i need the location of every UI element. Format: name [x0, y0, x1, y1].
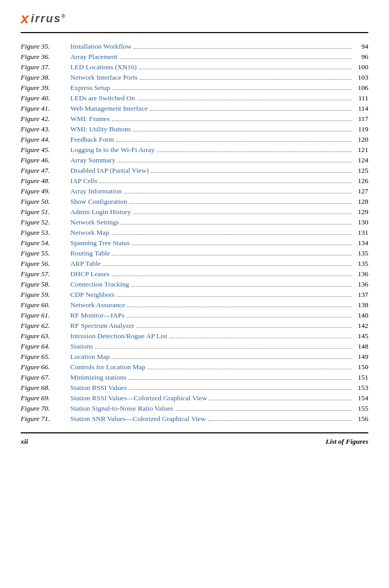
figure-page: 137 [354, 291, 368, 299]
table-row: Figure 54.Spanning Tree Status134 [21, 238, 368, 248]
figure-page: 150 [354, 363, 368, 371]
figure-dots [139, 69, 352, 69]
figure-title-cell: Logging In to the Wi-Fi Array121 [62, 145, 368, 155]
figure-dots [129, 389, 352, 390]
figure-number: Figure 53. [21, 228, 62, 238]
figure-number: Figure 55. [21, 248, 62, 259]
table-row: Figure 53.Network Map131 [21, 228, 368, 238]
table-row: Figure 59.CDP Neighbors137 [21, 290, 368, 300]
figure-title-cell: Connection Tracking136 [62, 279, 368, 290]
logo-reg: ® [62, 13, 66, 19]
figure-page: 151 [354, 373, 368, 382]
figure-dots [121, 224, 352, 224]
figure-page: 96 [354, 53, 368, 61]
figure-title: Network Assurance [70, 301, 125, 309]
table-row: Figure 60.Network Assurance138 [21, 300, 368, 310]
figure-page: 127 [354, 187, 368, 195]
figure-dots [112, 358, 352, 359]
figure-page: 121 [354, 146, 368, 154]
figure-title: Admin Login History [70, 208, 131, 216]
table-row: Figure 40.LEDs are Switched On111 [21, 93, 368, 103]
figure-dots [112, 255, 352, 255]
figure-title: Network Map [70, 229, 109, 237]
figure-title: LED Locations (XN16) [70, 63, 137, 71]
table-row: Figure 69.Station RSSI Values—Colorized … [21, 393, 368, 403]
figure-title: RF Monitor—IAPs [70, 311, 125, 320]
table-row: Figure 56.ARP Table135 [21, 259, 368, 269]
figure-title-cell: Stations148 [62, 341, 368, 352]
figure-dots [209, 400, 352, 400]
figure-dots [112, 276, 352, 276]
figure-title: Intrusion Detection/Rogue AP List [70, 332, 167, 340]
figure-title: Stations [70, 342, 93, 351]
page-footer: xii List of Figures [21, 432, 368, 446]
figure-title: Controls for Location Map [70, 363, 145, 371]
figure-title-cell: Location Map149 [62, 352, 368, 362]
figure-dots [116, 141, 352, 142]
table-row: Figure 58.Connection Tracking136 [21, 279, 368, 290]
figure-page: 156 [354, 415, 368, 423]
figure-number: Figure 44. [21, 134, 62, 145]
figure-dots [117, 162, 352, 162]
figure-title-cell: Network Settings130 [62, 217, 368, 228]
figure-page: 125 [354, 167, 368, 175]
table-row: Figure 36.Array Placement96 [21, 52, 368, 62]
figure-dots [137, 100, 352, 100]
figure-title-cell: Network Map131 [62, 228, 368, 238]
figure-number: Figure 35. [21, 41, 62, 52]
figure-title-cell: Feedback Form120 [62, 134, 368, 145]
figure-page: 135 [354, 249, 368, 258]
figure-title: Installation Workflow [70, 42, 131, 51]
figure-number: Figure 70. [21, 403, 62, 414]
table-row: Figure 63.Intrusion Detection/Rogue AP L… [21, 331, 368, 341]
table-row: Figure 68.Station RSSI Values153 [21, 383, 368, 393]
figure-title: Station RSSI Values—Colorized Graphical … [70, 394, 207, 402]
figure-title-cell: Web Management Interface114 [62, 103, 368, 114]
page-header: xirrus® [21, 10, 368, 33]
figure-page: 114 [354, 104, 368, 113]
table-row: Figure 38.Network Interface Ports103 [21, 72, 368, 83]
figure-dots [95, 348, 352, 349]
figure-title: Express Setup [70, 84, 110, 92]
figure-title: Station Signal-to-Noise Ratio Values [70, 404, 173, 413]
figure-dots [129, 203, 352, 204]
figure-title: CDP Neighbors [70, 291, 114, 299]
figure-dots [119, 58, 352, 59]
figure-title: Minimizing stations [70, 373, 126, 382]
figure-title: Web Management Interface [70, 104, 148, 113]
table-row: Figure 50.Show Configuration128 [21, 197, 368, 207]
figure-title-cell: Express Setup106 [62, 83, 368, 93]
figure-number: Figure 52. [21, 217, 62, 228]
figure-dots [124, 193, 352, 193]
figure-title-cell: IAP Cells126 [62, 176, 368, 186]
figure-number: Figure 40. [21, 93, 62, 103]
figure-dots [116, 296, 352, 297]
table-row: Figure 45.Logging In to the Wi-Fi Array1… [21, 145, 368, 155]
figure-title-cell: RF Spectrum Analyzer142 [62, 321, 368, 331]
figure-number: Figure 57. [21, 269, 62, 279]
figure-number: Figure 47. [21, 165, 62, 176]
figure-title: Routing Table [70, 249, 110, 258]
figure-number: Figure 36. [21, 52, 62, 62]
figure-title-cell: Network Assurance138 [62, 300, 368, 310]
figure-page: 100 [354, 63, 368, 71]
figure-page: 136 [354, 280, 368, 289]
figure-number: Figure 41. [21, 103, 62, 114]
figure-page: 142 [354, 322, 368, 330]
figure-title: Station RSSI Values [70, 384, 127, 392]
figure-title: Logging In to the Wi-Fi Array [70, 146, 155, 154]
figure-title-cell: RF Monitor—IAPs140 [62, 310, 368, 321]
figure-page: 129 [354, 208, 368, 216]
figure-page: 155 [354, 404, 368, 413]
figure-page: 131 [354, 229, 368, 237]
figure-page: 124 [354, 156, 368, 164]
figure-title: Station SNR Values—Colorized Graphical V… [70, 415, 206, 423]
figure-number: Figure 49. [21, 186, 62, 197]
figure-title: Network Settings [70, 218, 119, 227]
figure-page: 134 [354, 239, 368, 247]
figure-number: Figure 68. [21, 383, 62, 393]
figure-number: Figure 63. [21, 331, 62, 341]
figure-title-cell: Array Summary124 [62, 155, 368, 165]
figure-title: Array Placement [70, 53, 117, 61]
figure-title-cell: Spanning Tree Status134 [62, 238, 368, 248]
